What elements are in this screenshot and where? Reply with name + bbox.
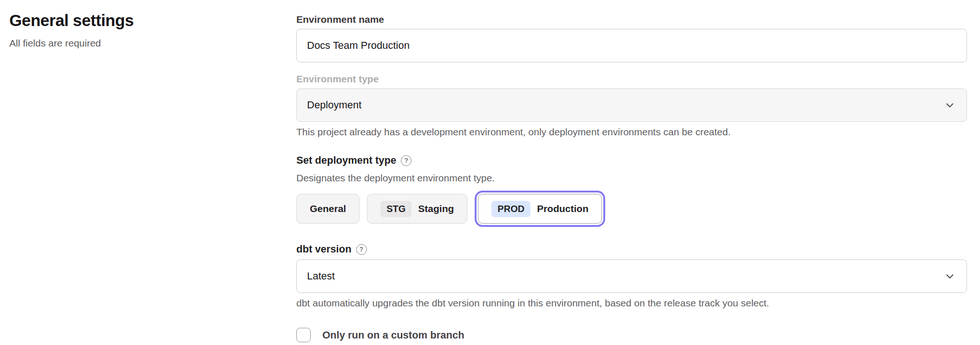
environment-name-label: Environment name [296,14,967,25]
deployment-type-helper: Designates the deployment environment ty… [296,172,967,184]
dbt-version-value: Latest [307,270,335,282]
dbt-version-label: dbt version ? [296,243,967,256]
page-subtitle: All fields are required [9,37,269,49]
page-title: General settings [9,11,269,30]
general-settings-page: General settings All fields are required… [0,0,980,345]
environment-type-select: Deployment [296,88,967,122]
deployment-type-staging-button[interactable]: STG Staging [367,194,467,224]
dbt-version-select[interactable]: Latest [296,259,967,293]
custom-branch-label: Only run on a custom branch [322,329,464,342]
environment-type-value: Deployment [307,99,361,111]
deployment-type-label: Set deployment type ? [296,154,967,167]
help-icon[interactable]: ? [401,155,412,166]
custom-branch-row: Only run on a custom branch [296,328,967,342]
deployment-type-options: General STG Staging PROD Production [296,191,967,227]
custom-branch-checkbox[interactable] [296,328,311,342]
help-icon[interactable]: ? [356,244,367,255]
staging-badge: STG [380,201,412,217]
production-badge: PROD [491,201,530,217]
settings-form: Environment name Environment type Deploy… [296,0,967,342]
settings-header: General settings All fields are required [9,11,269,49]
dbt-version-helper: dbt automatically upgrades the dbt versi… [296,297,967,309]
environment-name-input[interactable] [296,29,967,62]
deployment-type-production-button[interactable]: PROD Production [478,194,602,224]
chevron-down-icon [943,99,956,112]
environment-type-helper: This project already has a development e… [296,126,967,138]
environment-type-label: Environment type [296,73,967,85]
deployment-type-general-button[interactable]: General [296,194,359,224]
chevron-down-icon [943,270,956,283]
